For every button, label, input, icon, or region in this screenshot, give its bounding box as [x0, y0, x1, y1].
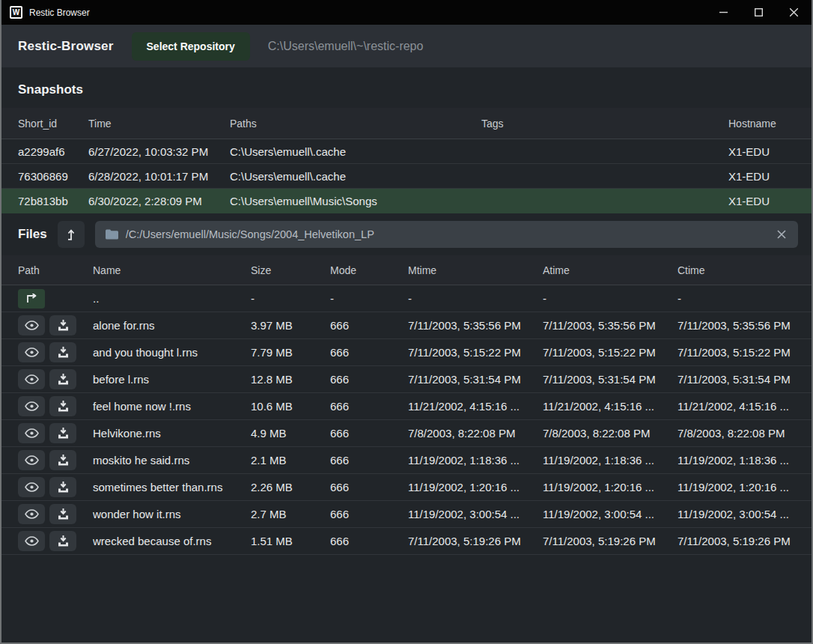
col-header-mtime: Mtime	[408, 264, 543, 276]
download-icon	[58, 455, 69, 466]
download-file-button[interactable]	[49, 342, 76, 362]
file-actions	[18, 423, 93, 443]
download-file-button[interactable]	[49, 450, 76, 470]
file-row[interactable]: wrecked because of.rns1.51 MB6667/11/200…	[1, 528, 812, 555]
clear-x-icon	[777, 230, 786, 239]
snapshot-cell-hostname: X1-EDU	[728, 145, 802, 158]
file-cell-mtime: 7/11/2003, 5:35:56 PM	[408, 319, 543, 332]
download-file-button[interactable]	[49, 531, 76, 551]
files-bar: Files /C:/Users/emuell/Music/Songs/2004_…	[1, 213, 812, 255]
file-cell-name: sometimes better than.rns	[93, 481, 251, 493]
close-button[interactable]	[776, 0, 812, 25]
file-row[interactable]: Helvikone.rns4.9 MB6667/8/2003, 8:22:08 …	[1, 420, 812, 447]
download-file-button[interactable]	[49, 315, 76, 335]
files-table-body: ..-----alone for.rns3.97 MB6667/11/2003,…	[1, 285, 812, 643]
parent-dir-row[interactable]: ..-----	[1, 285, 812, 312]
preview-file-button[interactable]	[18, 450, 45, 470]
snapshot-cell-hostname: X1-EDU	[728, 195, 802, 207]
file-cell-size: 2.7 MB	[251, 508, 330, 520]
eye-icon	[25, 536, 39, 546]
preview-file-button[interactable]	[18, 315, 45, 335]
file-cell-ctime: 7/8/2003, 8:22:08 PM	[678, 427, 802, 440]
snapshot-cell-short_id: a2299af6	[18, 145, 88, 158]
eye-icon	[25, 455, 39, 465]
download-file-button[interactable]	[49, 477, 76, 497]
file-actions	[18, 289, 93, 309]
file-cell-mtime: 11/21/2002, 4:15:16 ...	[408, 400, 543, 413]
file-cell-name: feel home now !.rns	[93, 400, 251, 413]
file-cell-ctime: -	[678, 292, 802, 305]
eye-icon	[25, 509, 39, 519]
file-cell-ctime: 7/11/2003, 5:31:54 PM	[678, 373, 802, 386]
preview-file-button[interactable]	[18, 396, 45, 416]
snapshot-cell-time: 6/28/2022, 10:01:17 PM	[88, 170, 230, 183]
file-row[interactable]: wonder how it.rns2.7 MB66611/19/2002, 3:…	[1, 501, 812, 528]
file-cell-mtime: 7/11/2003, 5:19:26 PM	[408, 535, 543, 547]
repository-path: C:\Users\emuell\~\restic-repo	[268, 40, 424, 53]
go-parent-button[interactable]	[18, 289, 45, 309]
snapshot-row[interactable]: a2299af66/27/2022, 10:03:32 PMC:\Users\e…	[1, 139, 812, 164]
file-row[interactable]: moskito he said.rns2.1 MB66611/19/2002, …	[1, 447, 812, 474]
download-file-button[interactable]	[49, 369, 76, 389]
file-cell-atime: 7/11/2003, 5:19:26 PM	[543, 535, 678, 547]
file-row[interactable]: feel home now !.rns10.6 MB66611/21/2002,…	[1, 393, 812, 420]
file-cell-size: 1.51 MB	[251, 535, 330, 547]
snapshot-row[interactable]: 763068696/28/2022, 10:01:17 PMC:\Users\e…	[1, 164, 812, 189]
file-cell-size: 3.97 MB	[251, 319, 330, 332]
file-cell-atime: 11/19/2002, 1:20:16 ...	[543, 481, 678, 493]
snapshots-heading: Snapshots	[1, 67, 812, 108]
snapshot-row[interactable]: 72b813bb6/30/2022, 2:28:09 PMC:\Users\em…	[1, 189, 812, 213]
file-cell-size: 2.26 MB	[251, 481, 330, 493]
preview-file-button[interactable]	[18, 504, 45, 524]
col-header-paths: Paths	[230, 118, 481, 130]
snapshot-cell-paths: C:\Users\emuell\.cache	[230, 170, 481, 183]
file-cell-mode: 666	[330, 454, 408, 467]
file-cell-name: before l.rns	[93, 373, 251, 386]
file-row[interactable]: sometimes better than.rns2.26 MB66611/19…	[1, 474, 812, 501]
file-cell-mtime: 7/8/2003, 8:22:08 PM	[408, 427, 543, 440]
file-actions	[18, 450, 93, 470]
file-row[interactable]: before l.rns12.8 MB6667/11/2003, 5:31:54…	[1, 366, 812, 393]
preview-file-button[interactable]	[18, 423, 45, 443]
file-cell-atime: 7/11/2003, 5:35:56 PM	[543, 319, 678, 332]
dump-snapshot-button[interactable]	[58, 221, 85, 248]
file-cell-ctime: 11/19/2002, 1:20:16 ...	[678, 481, 802, 493]
restic-browser-window: W Restic Browser Restic-Browser Select R…	[0, 0, 813, 644]
snapshot-cell-time: 6/30/2022, 2:28:09 PM	[88, 195, 230, 207]
col-header-mode: Mode	[330, 264, 408, 276]
current-path-text: /C:/Users/emuell/Music/Songs/2004_Helvet…	[126, 228, 768, 240]
eye-icon	[25, 401, 39, 411]
file-row[interactable]: and you thought l.rns7.79 MB6667/11/2003…	[1, 339, 812, 366]
download-file-button[interactable]	[49, 423, 76, 443]
preview-file-button[interactable]	[18, 531, 45, 551]
file-cell-mode: 666	[330, 427, 408, 440]
file-cell-size: 2.1 MB	[251, 454, 330, 467]
file-cell-name: moskito he said.rns	[93, 454, 251, 467]
select-repository-button[interactable]: Select Repository	[132, 32, 250, 61]
preview-file-button[interactable]	[18, 477, 45, 497]
file-cell-ctime: 11/19/2002, 3:00:54 ...	[678, 508, 802, 520]
col-header-size: Size	[251, 264, 330, 276]
file-actions	[18, 369, 93, 389]
app-window-icon: W	[10, 6, 22, 19]
download-file-button[interactable]	[49, 504, 76, 524]
current-path-field[interactable]: /C:/Users/emuell/Music/Songs/2004_Helvet…	[95, 221, 798, 248]
files-heading: Files	[18, 227, 47, 242]
download-icon	[58, 428, 69, 439]
folder-icon	[106, 229, 118, 240]
download-file-button[interactable]	[49, 396, 76, 416]
preview-file-button[interactable]	[18, 342, 45, 362]
maximize-button[interactable]	[741, 0, 776, 25]
file-cell-atime: 11/19/2002, 1:18:36 ...	[543, 454, 678, 467]
col-header-hostname: Hostname	[728, 118, 802, 130]
col-header-ctime: Ctime	[678, 264, 802, 276]
file-cell-ctime: 11/19/2002, 1:18:36 ...	[678, 454, 802, 467]
clear-path-button[interactable]	[776, 228, 788, 240]
preview-file-button[interactable]	[18, 369, 45, 389]
file-row[interactable]: alone for.rns3.97 MB6667/11/2003, 5:35:5…	[1, 312, 812, 339]
minimize-button[interactable]	[706, 0, 741, 25]
file-cell-atime: 11/19/2002, 3:00:54 ...	[543, 508, 678, 520]
file-cell-atime: 7/11/2003, 5:15:22 PM	[543, 346, 678, 359]
snapshots-table-body: a2299af66/27/2022, 10:03:32 PMC:\Users\e…	[1, 139, 812, 213]
download-icon	[58, 535, 69, 547]
